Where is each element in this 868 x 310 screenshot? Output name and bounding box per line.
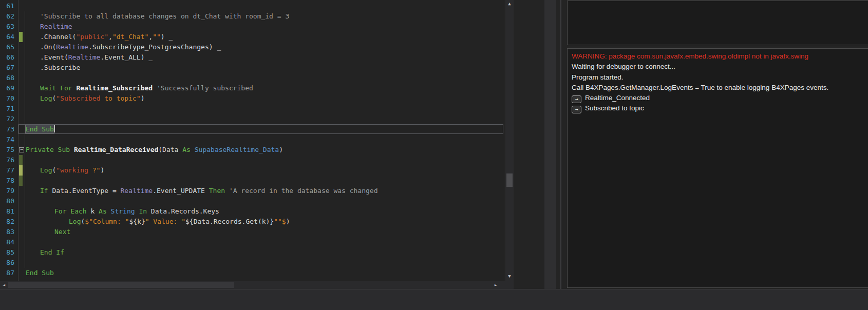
line-number[interactable]: 85 — [0, 247, 14, 258]
code-token: ""$ — [274, 218, 286, 225]
line-number[interactable]: 63 — [0, 22, 14, 32]
log-entry: Call B4XPages.GetManager.LogEvents = Tru… — [572, 83, 868, 93]
code-token: SupabaseRealtime_Data — [195, 146, 279, 153]
code-token: Realtime — [56, 43, 88, 51]
code-token: Private Sub — [26, 146, 70, 153]
line-number[interactable]: 84 — [0, 237, 14, 247]
code-line[interactable]: 65.On(Realtime.SubscribeType_PostgresCha… — [0, 42, 504, 52]
code-token: .Event( — [40, 53, 68, 61]
change-marker — [19, 165, 23, 176]
code-line[interactable]: 74 — [0, 134, 504, 145]
code-token: Realtime — [121, 187, 153, 195]
code-line[interactable]: 63Realtime _ — [0, 22, 504, 32]
code-line[interactable]: 76 — [0, 155, 504, 165]
code-token: Data.EventType = — [48, 187, 121, 195]
event-arrow-icon: → — [572, 95, 581, 103]
code-line[interactable]: 79If Data.EventType = Realtime.Event_UPD… — [0, 186, 504, 196]
editor-horizontal-scrollbar[interactable]: ◄ ► — [0, 281, 514, 289]
scroll-up-icon[interactable]: ▲ — [505, 0, 514, 8]
code-line[interactable]: 75−Private Sub Realtime_DataReceived(Dat… — [0, 145, 504, 155]
code-line[interactable]: 78 — [0, 176, 504, 186]
code-line[interactable]: 62'Subscribe to all database changes on … — [0, 11, 504, 22]
line-number[interactable]: 82 — [0, 217, 14, 227]
bottom-status-area — [0, 289, 868, 310]
line-number[interactable]: 68 — [0, 73, 14, 83]
current-line-highlight — [18, 124, 503, 134]
scroll-left-icon[interactable]: ◄ — [0, 281, 8, 289]
code-token — [153, 84, 157, 92]
log-entry-text: Program started. — [572, 73, 624, 81]
line-number[interactable]: 73 — [0, 124, 14, 134]
code-line[interactable]: 86 — [0, 258, 504, 268]
line-number[interactable]: 61 — [0, 1, 14, 11]
line-number[interactable]: 81 — [0, 206, 14, 217]
code-token: ${Data.Records.Get(k)} — [185, 218, 274, 225]
line-number[interactable]: 65 — [0, 42, 14, 52]
change-marker — [19, 176, 23, 186]
code-line[interactable]: 72 — [0, 114, 504, 124]
code-text: .Subscribe — [40, 63, 80, 73]
line-number[interactable]: 69 — [0, 83, 14, 93]
code-line[interactable]: 83Next — [0, 227, 504, 237]
code-line[interactable]: 66.Event(Realtime.Event_ALL) _ — [0, 52, 504, 63]
line-number[interactable]: 80 — [0, 196, 14, 206]
line-number[interactable]: 77 — [0, 165, 14, 176]
code-token: End Sub — [26, 125, 54, 133]
line-number[interactable]: 70 — [0, 93, 14, 104]
log-entry: Program started. — [572, 72, 868, 83]
code-line[interactable]: 67.Subscribe — [0, 63, 504, 73]
line-number[interactable]: 72 — [0, 114, 14, 124]
logs-panel[interactable]: WARNING: package com.sun.javafx.embed.sw… — [567, 48, 868, 288]
line-number[interactable]: 86 — [0, 258, 14, 268]
line-number[interactable]: 87 — [0, 268, 14, 278]
code-token: .SubscribeType_PostgresChanges) _ — [88, 43, 221, 51]
line-number[interactable]: 83 — [0, 227, 14, 237]
line-number[interactable]: 79 — [0, 186, 14, 196]
line-number[interactable]: 64 — [0, 32, 14, 42]
log-entry-text: Call B4XPages.GetManager.LogEvents = Tru… — [572, 84, 828, 91]
code-text: Next — [54, 227, 70, 237]
code-editor[interactable]: 6162'Subscribe to all database changes o… — [0, 0, 504, 281]
line-number[interactable]: 75 — [0, 145, 14, 155]
code-line[interactable]: 84 — [0, 237, 504, 247]
code-line[interactable]: 82Log($"Column: "${k}" Value: "${Data.Re… — [0, 217, 504, 227]
line-number[interactable]: 71 — [0, 104, 14, 114]
code-line[interactable]: 69Wait For Realtime_Subscribed 'Successf… — [0, 83, 504, 93]
code-token: ) — [141, 94, 145, 102]
panel-splitter[interactable] — [544, 0, 556, 289]
fold-toggle-icon[interactable]: − — [19, 147, 24, 152]
line-number[interactable]: 74 — [0, 134, 14, 145]
code-line[interactable]: 68 — [0, 73, 504, 83]
code-token: "dt_Chat" — [112, 33, 148, 41]
editor-vertical-scrollbar[interactable]: ▲ ▼ — [505, 0, 514, 281]
code-line[interactable]: 77Log("working ?") — [0, 165, 504, 176]
code-line[interactable]: 85End If — [0, 247, 504, 258]
code-line[interactable]: 70Log("Subscribed to topic") — [0, 93, 504, 104]
vertical-scrollbar-thumb[interactable] — [506, 173, 513, 187]
line-number[interactable]: 76 — [0, 155, 14, 165]
code-token: "working — [56, 166, 88, 174]
code-token: .Subscribe — [40, 64, 80, 71]
code-line[interactable]: 80 — [0, 196, 504, 206]
code-token: Realtime_Subscribed — [76, 84, 153, 92]
code-token: to topic" — [100, 94, 140, 102]
line-number[interactable]: 66 — [0, 52, 14, 63]
log-entry: →Subscribed to topic — [572, 103, 868, 113]
code-token: ) — [279, 146, 283, 153]
scroll-down-icon[interactable]: ▼ — [505, 273, 514, 280]
code-line[interactable]: 73End Sub — [0, 124, 504, 134]
line-number[interactable]: 62 — [0, 11, 14, 22]
event-arrow-icon: → — [572, 106, 581, 113]
code-line[interactable]: 61 — [0, 1, 504, 11]
code-line[interactable]: 81For Each k As String In Data.Records.K… — [0, 206, 504, 217]
horizontal-scrollbar-thumb[interactable] — [8, 282, 234, 288]
scroll-right-icon[interactable]: ► — [492, 281, 500, 289]
code-line[interactable]: 64.Channel("public","dt_Chat","") _ — [0, 32, 504, 42]
code-line[interactable]: 87End Sub — [0, 268, 504, 278]
line-number[interactable]: 67 — [0, 63, 14, 73]
log-entry: WARNING: package com.sun.javafx.embed.sw… — [572, 51, 868, 62]
line-number[interactable]: 78 — [0, 176, 14, 186]
code-token: , — [148, 33, 153, 41]
code-line[interactable]: 71 — [0, 104, 504, 114]
code-token — [191, 146, 195, 153]
